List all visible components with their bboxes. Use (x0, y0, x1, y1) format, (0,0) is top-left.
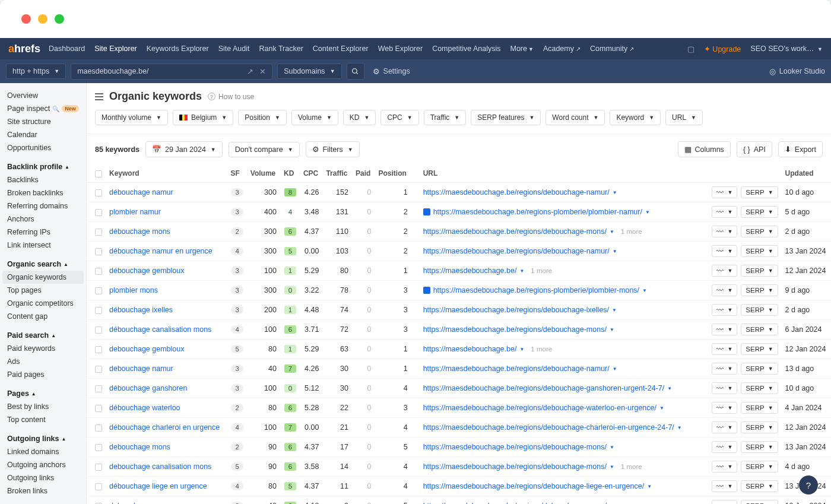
url-dropdown-icon[interactable]: ▼ (613, 366, 617, 372)
keyword-cell[interactable]: debouchage wc mons (106, 496, 227, 505)
keyword-cell[interactable]: debouchage gembloux (106, 340, 227, 359)
row-checkbox[interactable] (95, 189, 102, 196)
url-link[interactable]: https://maesdebouchage.be/regions/debouc… (423, 325, 607, 334)
row-checkbox[interactable] (95, 385, 102, 392)
sidebar-item[interactable]: Overview (0, 89, 86, 102)
url-dropdown-icon[interactable]: ▼ (645, 210, 650, 215)
url-dropdown-icon[interactable]: ▼ (610, 464, 614, 470)
url-dropdown-icon[interactable]: ▼ (659, 405, 664, 411)
sidebar-section[interactable]: Pages ▲ (0, 387, 86, 400)
display-toggle-icon[interactable]: ▢ (687, 45, 694, 53)
row-checkbox[interactable] (95, 287, 102, 294)
keyword-cell[interactable]: débouchage mons (106, 222, 227, 242)
serp-button[interactable]: SERP ▼ (741, 206, 778, 218)
row-checkbox[interactable] (95, 229, 102, 236)
sidebar-section[interactable]: Paid search ▲ (0, 329, 86, 342)
url-dropdown-icon[interactable]: ▼ (610, 327, 614, 332)
sidebar-item[interactable]: Page inspect🔍New (0, 102, 86, 115)
topnav-item[interactable]: Site Explorer (94, 45, 137, 53)
more-urls-link[interactable]: 1 more (621, 463, 642, 470)
row-checkbox[interactable] (95, 327, 102, 334)
sidebar-item[interactable]: Outgoing anchors (0, 458, 86, 471)
serp-button[interactable]: SERP ▼ (741, 186, 778, 198)
url-dropdown-icon[interactable]: ▼ (610, 229, 614, 234)
keyword-cell[interactable]: débouchage liege en urgence (106, 477, 227, 496)
filter-chip[interactable]: Monthly volume ▼ (95, 110, 168, 125)
keyword-cell[interactable]: débouchage namur en urgence (106, 242, 227, 261)
serp-button[interactable]: SERP ▼ (741, 226, 778, 237)
url-dropdown-icon[interactable]: ▼ (519, 268, 524, 274)
filter-chip[interactable]: Position ▼ (238, 110, 287, 125)
search-button[interactable] (347, 63, 364, 80)
url-input[interactable]: maesdebouchage.be/ ↗ ✕ (71, 64, 272, 80)
chart-button[interactable]: 〰 ▼ (712, 461, 737, 473)
column-header[interactable]: Updated (782, 164, 831, 183)
column-header[interactable]: SF (227, 164, 246, 183)
toggle-sidebar-icon[interactable] (95, 93, 103, 100)
filter-chip[interactable]: Volume ▼ (291, 110, 338, 125)
filter-chip[interactable]: CPC ▼ (380, 110, 418, 125)
close-window-dot[interactable] (21, 14, 31, 24)
serp-button[interactable]: SERP ▼ (741, 284, 778, 296)
serp-button[interactable]: SERP ▼ (741, 245, 778, 257)
url-link[interactable]: https://maesdebouchage.be/regions-plombe… (433, 286, 639, 294)
chart-button[interactable]: 〰 ▼ (712, 402, 737, 414)
country-filter[interactable]: Belgium▼ (173, 110, 233, 125)
serp-button[interactable]: SERP ▼ (741, 363, 778, 375)
chart-button[interactable]: 〰 ▼ (712, 363, 737, 375)
sidebar-item[interactable]: Opportunities (0, 141, 86, 154)
keyword-cell[interactable]: debouchage mons (106, 438, 227, 457)
filter-chip[interactable]: Word count ▼ (545, 110, 605, 125)
date-picker[interactable]: 📅29 Jan 2024 ▼ (145, 141, 223, 157)
url-link[interactable]: https://maesdebouchage.be/regions/debouc… (423, 482, 645, 490)
chart-button[interactable]: 〰 ▼ (712, 421, 737, 433)
url-dropdown-icon[interactable]: ▼ (519, 347, 524, 352)
chart-button[interactable]: 〰 ▼ (712, 206, 737, 218)
keyword-cell[interactable]: débouchage ganshoren (106, 379, 227, 398)
chart-button[interactable]: 〰 ▼ (712, 304, 737, 316)
serp-button[interactable]: SERP ▼ (741, 265, 778, 277)
url-dropdown-icon[interactable]: ▼ (613, 190, 617, 195)
chart-button[interactable]: 〰 ▼ (712, 480, 737, 492)
topnav-item[interactable]: Site Audit (218, 45, 250, 53)
row-checkbox[interactable] (95, 268, 102, 275)
sidebar-item[interactable]: Link intersect (0, 239, 86, 252)
sidebar-item[interactable]: Ads (0, 355, 86, 368)
topnav-item[interactable]: Keywords Explorer (147, 45, 209, 53)
filters-button[interactable]: ⚙Filters ▼ (306, 141, 360, 157)
api-button[interactable]: { }API (737, 141, 772, 157)
sidebar-item[interactable]: Top pages (0, 284, 86, 297)
keyword-cell[interactable]: débouchage waterloo (106, 398, 227, 418)
filter-chip[interactable]: KD ▼ (343, 110, 376, 125)
sidebar-item[interactable]: Outgoing links (0, 471, 86, 484)
sidebar-item[interactable]: Best by links (0, 400, 86, 413)
chart-button[interactable]: 〰 ▼ (712, 343, 737, 355)
serp-button[interactable]: SERP ▼ (741, 304, 778, 316)
chart-button[interactable]: 〰 ▼ (712, 441, 737, 453)
sidebar-item[interactable]: Backlinks (0, 173, 86, 186)
topnav-item[interactable]: Competitive Analysis (432, 45, 500, 53)
keyword-cell[interactable]: debouchage canalisation mons (106, 457, 227, 477)
chart-button[interactable]: 〰 ▼ (712, 382, 737, 394)
compare-select[interactable]: Don't compare ▼ (229, 142, 300, 157)
keyword-cell[interactable]: debouchage namur (106, 359, 227, 379)
topnav-item[interactable]: Dashboard (49, 45, 85, 53)
sidebar-item[interactable]: Paid pages (0, 368, 86, 381)
chart-button[interactable]: 〰 ▼ (712, 284, 737, 296)
sidebar-item[interactable]: Linked domains (0, 445, 86, 458)
sidebar-item[interactable]: Top content (0, 413, 86, 426)
serp-button[interactable]: SERP ▼ (741, 441, 778, 453)
topnav-item[interactable]: More▼ (510, 45, 533, 53)
more-urls-link[interactable]: 1 more (621, 228, 642, 235)
sidebar-item[interactable]: Broken backlinks (0, 186, 86, 199)
chart-button[interactable]: 〰 ▼ (712, 186, 737, 198)
looker-link[interactable]: ◎Looker Studio (769, 67, 825, 76)
upgrade-link[interactable]: ✦ Upgrade (704, 45, 741, 53)
sidebar-item[interactable]: Content gap (0, 310, 86, 323)
column-header[interactable]: Volume (247, 164, 280, 183)
sidebar-item[interactable]: Referring IPs (0, 226, 86, 239)
sidebar-section[interactable]: Organic search ▲ (0, 258, 86, 271)
column-header[interactable]: CPC (300, 164, 323, 183)
chart-button[interactable]: 〰 ▼ (712, 500, 737, 504)
protocol-select[interactable]: http + https ▼ (6, 64, 66, 79)
